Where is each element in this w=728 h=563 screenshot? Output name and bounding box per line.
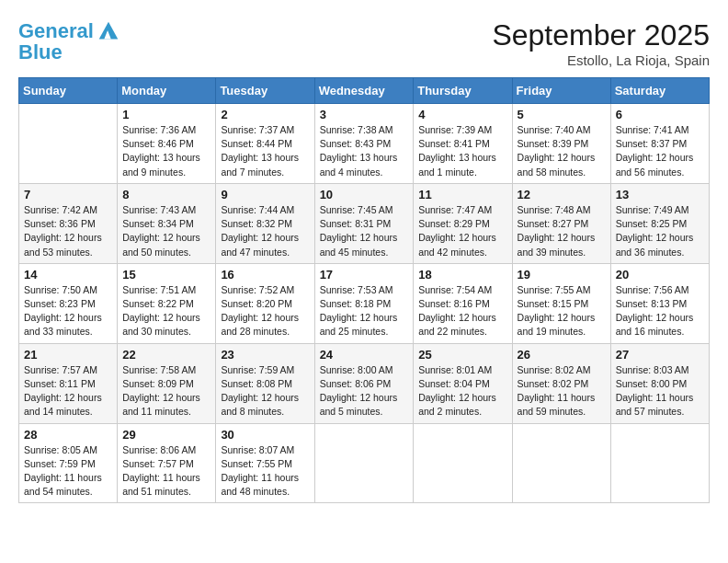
day-number: 1 <box>122 108 210 121</box>
day-cell: 20Sunrise: 7:56 AM Sunset: 8:13 PM Dayli… <box>610 263 709 343</box>
day-cell: 18Sunrise: 7:54 AM Sunset: 8:16 PM Dayli… <box>414 263 512 343</box>
day-info: Sunrise: 8:01 AM Sunset: 8:04 PM Dayligh… <box>418 363 506 419</box>
day-info: Sunrise: 7:36 AM Sunset: 8:46 PM Dayligh… <box>122 123 210 179</box>
day-cell: 12Sunrise: 7:48 AM Sunset: 8:27 PM Dayli… <box>512 183 610 263</box>
day-cell: 28Sunrise: 8:05 AM Sunset: 7:59 PM Dayli… <box>19 423 118 503</box>
weekday-header-friday: Friday <box>512 78 610 104</box>
day-info: Sunrise: 7:56 AM Sunset: 8:13 PM Dayligh… <box>616 283 704 339</box>
day-number: 15 <box>122 268 210 282</box>
day-info: Sunrise: 8:05 AM Sunset: 7:59 PM Dayligh… <box>24 443 112 500</box>
week-row-4: 21Sunrise: 7:57 AM Sunset: 8:11 PM Dayli… <box>19 343 710 423</box>
day-info: Sunrise: 7:41 AM Sunset: 8:37 PM Dayligh… <box>616 123 704 179</box>
week-row-5: 28Sunrise: 8:05 AM Sunset: 7:59 PM Dayli… <box>19 423 710 503</box>
day-info: Sunrise: 7:54 AM Sunset: 8:16 PM Dayligh… <box>418 283 506 339</box>
week-row-2: 7Sunrise: 7:42 AM Sunset: 8:36 PM Daylig… <box>19 183 710 263</box>
day-number: 26 <box>518 348 606 362</box>
day-number: 20 <box>616 268 704 282</box>
day-number: 27 <box>616 348 704 362</box>
day-cell: 15Sunrise: 7:51 AM Sunset: 8:22 PM Dayli… <box>118 263 216 343</box>
day-info: Sunrise: 7:48 AM Sunset: 8:27 PM Dayligh… <box>518 203 606 259</box>
weekday-header-thursday: Thursday <box>414 78 512 104</box>
day-info: Sunrise: 7:40 AM Sunset: 8:39 PM Dayligh… <box>518 123 606 179</box>
day-info: Sunrise: 7:47 AM Sunset: 8:29 PM Dayligh… <box>418 203 506 259</box>
day-info: Sunrise: 8:00 AM Sunset: 8:06 PM Dayligh… <box>320 363 409 419</box>
day-cell: 24Sunrise: 8:00 AM Sunset: 8:06 PM Dayli… <box>314 343 414 423</box>
day-number: 3 <box>320 108 409 121</box>
month-title: September 2025 <box>492 18 710 52</box>
day-cell: 27Sunrise: 8:03 AM Sunset: 8:00 PM Dayli… <box>610 343 709 423</box>
day-number: 19 <box>518 268 606 282</box>
day-number: 29 <box>122 428 210 442</box>
day-number: 4 <box>418 108 506 121</box>
day-cell: 1Sunrise: 7:36 AM Sunset: 8:46 PM Daylig… <box>118 104 216 184</box>
day-cell: 13Sunrise: 7:49 AM Sunset: 8:25 PM Dayli… <box>610 183 709 263</box>
title-block: September 2025 Estollo, La Rioja, Spain <box>492 18 710 68</box>
day-number: 6 <box>616 108 704 121</box>
day-cell: 25Sunrise: 8:01 AM Sunset: 8:04 PM Dayli… <box>414 343 512 423</box>
weekday-header-tuesday: Tuesday <box>216 78 314 104</box>
day-cell: 26Sunrise: 8:02 AM Sunset: 8:02 PM Dayli… <box>512 343 610 423</box>
day-info: Sunrise: 7:52 AM Sunset: 8:20 PM Dayligh… <box>221 283 309 339</box>
day-info: Sunrise: 7:44 AM Sunset: 8:32 PM Dayligh… <box>221 203 309 259</box>
day-cell: 10Sunrise: 7:45 AM Sunset: 8:31 PM Dayli… <box>314 183 414 263</box>
day-cell <box>314 423 414 503</box>
day-info: Sunrise: 8:06 AM Sunset: 7:57 PM Dayligh… <box>122 443 210 500</box>
day-cell: 19Sunrise: 7:55 AM Sunset: 8:15 PM Dayli… <box>512 263 610 343</box>
day-number: 24 <box>320 348 409 362</box>
day-number: 28 <box>24 428 112 442</box>
day-info: Sunrise: 7:39 AM Sunset: 8:41 PM Dayligh… <box>418 123 506 179</box>
day-number: 30 <box>221 428 309 442</box>
day-info: Sunrise: 7:43 AM Sunset: 8:34 PM Dayligh… <box>122 203 210 259</box>
day-cell: 17Sunrise: 7:53 AM Sunset: 8:18 PM Dayli… <box>314 263 414 343</box>
day-number: 12 <box>518 188 606 201</box>
day-cell: 5Sunrise: 7:40 AM Sunset: 8:39 PM Daylig… <box>512 104 610 184</box>
day-cell: 2Sunrise: 7:37 AM Sunset: 8:44 PM Daylig… <box>216 104 314 184</box>
day-number: 5 <box>518 108 606 121</box>
day-number: 23 <box>221 348 309 362</box>
day-cell: 6Sunrise: 7:41 AM Sunset: 8:37 PM Daylig… <box>610 104 709 184</box>
day-info: Sunrise: 7:38 AM Sunset: 8:43 PM Dayligh… <box>320 123 409 179</box>
logo: General Blue <box>18 18 121 64</box>
day-info: Sunrise: 7:57 AM Sunset: 8:11 PM Dayligh… <box>24 363 112 419</box>
day-number: 9 <box>221 188 309 201</box>
day-info: Sunrise: 8:02 AM Sunset: 8:02 PM Dayligh… <box>518 363 606 419</box>
day-info: Sunrise: 7:45 AM Sunset: 8:31 PM Dayligh… <box>320 203 409 259</box>
day-info: Sunrise: 8:07 AM Sunset: 7:55 PM Dayligh… <box>221 443 309 500</box>
day-number: 21 <box>24 348 112 362</box>
day-number: 14 <box>24 268 112 282</box>
day-cell <box>610 423 709 503</box>
logo-text: General <box>18 20 94 42</box>
day-cell: 9Sunrise: 7:44 AM Sunset: 8:32 PM Daylig… <box>216 183 314 263</box>
day-info: Sunrise: 7:53 AM Sunset: 8:18 PM Dayligh… <box>320 283 409 339</box>
day-number: 7 <box>24 188 112 201</box>
day-cell: 11Sunrise: 7:47 AM Sunset: 8:29 PM Dayli… <box>414 183 512 263</box>
day-cell: 8Sunrise: 7:43 AM Sunset: 8:34 PM Daylig… <box>118 183 216 263</box>
day-number: 2 <box>221 108 309 121</box>
weekday-header-saturday: Saturday <box>610 78 709 104</box>
day-number: 25 <box>418 348 506 362</box>
day-cell <box>414 423 512 503</box>
day-cell: 30Sunrise: 8:07 AM Sunset: 7:55 PM Dayli… <box>216 423 314 503</box>
day-cell: 7Sunrise: 7:42 AM Sunset: 8:36 PM Daylig… <box>19 183 118 263</box>
day-cell: 3Sunrise: 7:38 AM Sunset: 8:43 PM Daylig… <box>314 104 414 184</box>
page-header: General Blue September 2025 Estollo, La … <box>18 18 710 68</box>
day-cell: 22Sunrise: 7:58 AM Sunset: 8:09 PM Dayli… <box>118 343 216 423</box>
weekday-header-row: SundayMondayTuesdayWednesdayThursdayFrid… <box>19 78 710 104</box>
day-info: Sunrise: 7:42 AM Sunset: 8:36 PM Dayligh… <box>24 203 112 259</box>
day-info: Sunrise: 7:50 AM Sunset: 8:23 PM Dayligh… <box>24 283 112 339</box>
day-cell <box>19 104 118 184</box>
week-row-3: 14Sunrise: 7:50 AM Sunset: 8:23 PM Dayli… <box>19 263 710 343</box>
day-number: 22 <box>122 348 210 362</box>
day-cell: 16Sunrise: 7:52 AM Sunset: 8:20 PM Dayli… <box>216 263 314 343</box>
day-cell: 14Sunrise: 7:50 AM Sunset: 8:23 PM Dayli… <box>19 263 118 343</box>
day-info: Sunrise: 7:59 AM Sunset: 8:08 PM Dayligh… <box>221 363 309 419</box>
day-number: 16 <box>221 268 309 282</box>
day-info: Sunrise: 7:51 AM Sunset: 8:22 PM Dayligh… <box>122 283 210 339</box>
weekday-header-sunday: Sunday <box>19 78 118 104</box>
weekday-header-monday: Monday <box>118 78 216 104</box>
calendar-table: SundayMondayTuesdayWednesdayThursdayFrid… <box>18 77 710 503</box>
day-cell: 21Sunrise: 7:57 AM Sunset: 8:11 PM Dayli… <box>19 343 118 423</box>
week-row-1: 1Sunrise: 7:36 AM Sunset: 8:46 PM Daylig… <box>19 104 710 184</box>
day-info: Sunrise: 8:03 AM Sunset: 8:00 PM Dayligh… <box>616 363 704 419</box>
day-cell: 29Sunrise: 8:06 AM Sunset: 7:57 PM Dayli… <box>118 423 216 503</box>
